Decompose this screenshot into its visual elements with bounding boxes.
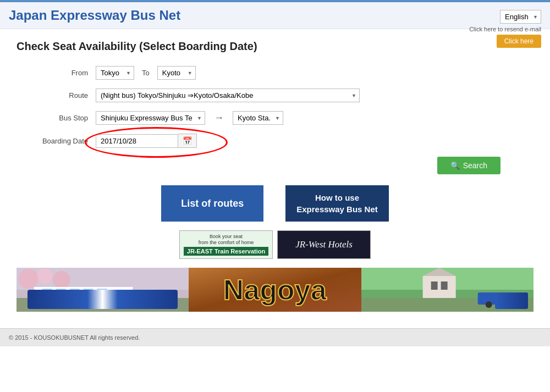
jr-east-banner[interactable]: Book your seatfrom the comfort of home J… xyxy=(179,230,273,259)
photo-bus xyxy=(16,268,189,312)
footer: © 2015 - KOUSOKUBUSNET All rights reserv… xyxy=(0,328,550,346)
jr-west-banner[interactable]: JR-West Hotels xyxy=(277,230,371,259)
page-title: Check Seat Availability (Select Boarding… xyxy=(16,40,534,53)
bus-stop-from-wrapper[interactable]: Shinjuku Expressway Bus Te xyxy=(96,111,205,125)
svg-rect-28 xyxy=(477,292,527,305)
route-select[interactable]: (Night bus) Tokyo/Shinjuku ⇒Kyoto/Osaka/… xyxy=(96,89,360,102)
language-select[interactable]: English 日本語 xyxy=(500,10,541,24)
route-label: Route xyxy=(28,91,88,100)
search-button-label: Search xyxy=(463,161,487,170)
svg-rect-7 xyxy=(34,287,133,294)
svg-rect-9 xyxy=(42,289,52,293)
banner-row: Book your seatfrom the comfort of home J… xyxy=(16,230,534,259)
svg-rect-10 xyxy=(56,289,66,293)
svg-rect-12 xyxy=(84,289,94,293)
arrow-icon: → xyxy=(214,112,224,124)
bottom-buttons: List of routes How to use Expressway Bus… xyxy=(16,185,534,222)
language-selector-wrapper[interactable]: English 日本語 xyxy=(500,10,541,24)
to-select-wrapper[interactable]: Kyoto Osaka xyxy=(157,66,196,80)
list-routes-button[interactable]: List of routes xyxy=(161,185,263,222)
svg-point-15 xyxy=(54,301,58,306)
to-select[interactable]: Kyoto Osaka xyxy=(157,66,196,80)
from-select-wrapper[interactable]: Tokyo Osaka xyxy=(96,66,134,80)
how-to-title: How to use xyxy=(315,193,359,202)
bus-stop-label: Bus Stop xyxy=(28,114,88,122)
photo-castle xyxy=(361,268,534,312)
search-btn-row: 🔍 Search xyxy=(16,157,501,174)
search-button[interactable]: 🔍 Search xyxy=(437,157,501,174)
jr-west-label: JR-West Hotels xyxy=(295,239,353,250)
footer-text: © 2015 - KOUSOKUBUSNET All rights reserv… xyxy=(9,334,140,341)
to-label: To xyxy=(142,69,150,77)
svg-point-29 xyxy=(485,301,492,308)
bus-stop-to-wrapper[interactable]: Kyoto Sta. xyxy=(233,111,283,125)
boarding-date-wrapper: 📅 xyxy=(96,134,197,148)
svg-rect-27 xyxy=(361,298,534,312)
photo-nagoya: Nagoya xyxy=(189,268,361,312)
svg-rect-6 xyxy=(34,287,133,303)
calendar-button[interactable]: 📅 xyxy=(178,134,197,148)
jr-east-banner-top: Book your seatfrom the comfort of home xyxy=(199,234,254,246)
jr-east-banner-bottom: JR-EAST Train Reservation xyxy=(184,247,268,256)
svg-rect-8 xyxy=(34,294,133,303)
svg-rect-5 xyxy=(16,298,189,312)
search-icon: 🔍 xyxy=(450,161,460,170)
boarding-date-row: Boarding Date 📅 xyxy=(28,134,534,148)
svg-rect-13 xyxy=(97,289,107,293)
svg-rect-26 xyxy=(441,281,447,290)
bus-stop-row: Bus Stop Shinjuku Expressway Bus Te → Ky… xyxy=(28,111,534,125)
svg-rect-23 xyxy=(422,276,455,298)
svg-rect-11 xyxy=(70,289,80,293)
how-to-use-button[interactable]: How to use Expressway Bus Net xyxy=(285,185,389,222)
from-select[interactable]: Tokyo Osaka xyxy=(96,66,134,80)
svg-point-14 xyxy=(52,299,61,308)
route-row: Route (Night bus) Tokyo/Shinjuku ⇒Kyoto/… xyxy=(28,89,534,102)
svg-point-30 xyxy=(515,301,522,308)
svg-rect-25 xyxy=(431,281,437,290)
boarding-date-label: Boarding Date xyxy=(28,137,88,145)
from-label: From xyxy=(28,69,88,77)
search-form: From Tokyo Osaka To Kyoto Osaka Route (N… xyxy=(28,66,534,148)
boarding-date-input[interactable] xyxy=(96,134,178,148)
svg-point-16 xyxy=(101,299,110,308)
svg-point-4 xyxy=(53,271,70,289)
site-title: Japan Expressway Bus Net xyxy=(9,8,541,23)
route-select-wrapper[interactable]: (Night bus) Tokyo/Shinjuku ⇒Kyoto/Osaka/… xyxy=(96,89,360,102)
bus-stop-from-select[interactable]: Shinjuku Expressway Bus Te xyxy=(96,111,205,125)
date-input-group: 📅 xyxy=(96,134,197,148)
from-to-row: From Tokyo Osaka To Kyoto Osaka xyxy=(28,66,534,80)
svg-point-3 xyxy=(37,268,53,284)
header: Japan Expressway Bus Net English 日本語 Cli… xyxy=(0,2,550,29)
how-to-sub: Expressway Bus Net xyxy=(296,205,378,214)
svg-text:Nagoya: Nagoya xyxy=(223,274,327,306)
svg-point-2 xyxy=(19,269,38,289)
main-content: Check Seat Availability (Select Boarding… xyxy=(0,29,550,328)
svg-point-17 xyxy=(103,301,108,306)
photo-row: Nagoya xyxy=(16,268,534,312)
bus-stop-to-select[interactable]: Kyoto Sta. xyxy=(233,111,283,125)
